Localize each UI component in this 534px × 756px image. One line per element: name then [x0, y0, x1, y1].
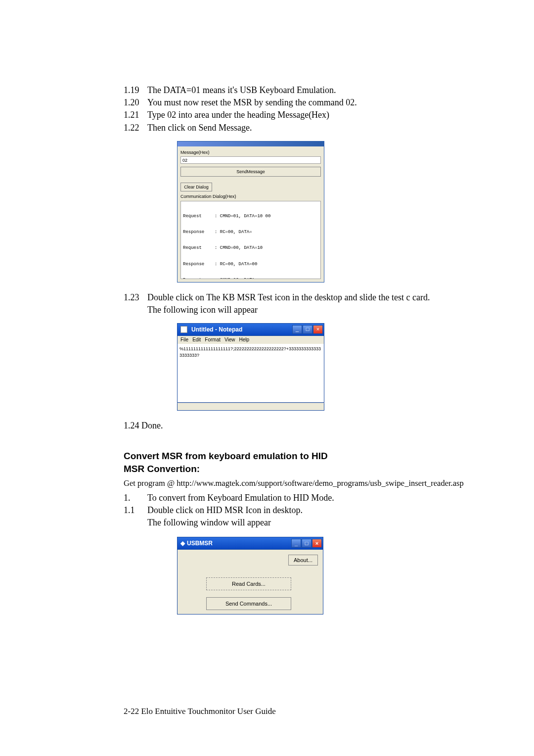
- window-title: USBMSR: [187, 539, 213, 548]
- notepad-icon: [180, 326, 187, 333]
- list-item: 1.22 Then click on Send Message.: [124, 122, 485, 134]
- item-number: 1.1: [124, 504, 147, 517]
- item-text: Then click on Send Message.: [147, 122, 485, 134]
- list-item: 1.19 The DATA=01 means it's USB Keyboard…: [124, 84, 485, 96]
- list-item: 1.21 Type 02 into area under the heading…: [124, 109, 485, 121]
- window-titlebar[interactable]: Untitled - Notepad _ □ ×: [177, 323, 324, 336]
- item-text: Double click on HID MSR Icon in desktop.: [147, 504, 485, 517]
- item-number: 1.: [124, 492, 147, 504]
- item-number: 1.22: [124, 122, 147, 134]
- item-text: The DATA=01 means it's USB Keyboard Emul…: [147, 84, 485, 96]
- item-number: 1.20: [124, 96, 147, 109]
- menu-edit[interactable]: Edit: [192, 336, 201, 343]
- minimize-icon[interactable]: _: [291, 539, 301, 548]
- list-item: 1.23 Double click on The KB MSR Test ico…: [124, 291, 485, 304]
- menu-format[interactable]: Format: [205, 336, 221, 343]
- read-cards-button[interactable]: Read Cards...: [206, 577, 291, 590]
- item-continuation: The following window will appear: [147, 517, 485, 529]
- window-title: Untitled - Notepad: [191, 326, 242, 334]
- list-item: 1.1 Double click on HID MSR Icon in desk…: [124, 504, 485, 517]
- menu-bar[interactable]: File Edit Format View Help: [177, 336, 324, 344]
- list-item: 1.24 Done.: [124, 420, 485, 432]
- section-heading: Convert MSR from keyboard emulation to H…: [124, 450, 485, 475]
- communication-dialog-textarea[interactable]: Request: CMND=01, DATA=10 00 Response: R…: [180, 201, 321, 279]
- notepad-text-area[interactable]: %1111111111111111111?;222222222222222222…: [177, 344, 324, 403]
- numbered-list: 1.19 The DATA=01 means it's USB Keyboard…: [124, 84, 485, 134]
- window-titlebar[interactable]: ◆ USBMSR _ □ ×: [177, 537, 323, 550]
- send-commands-button[interactable]: Send Commands...: [206, 597, 291, 610]
- item-text: You must now reset the MSR by sending th…: [147, 96, 485, 109]
- page-footer: 2-22 Elo Entuitive Touchmonitor User Gui…: [124, 706, 276, 717]
- list-item: 1.20 You must now reset the MSR by sendi…: [124, 96, 485, 109]
- message-hex-label: Message(Hex): [180, 149, 321, 156]
- item-number: 1.19: [124, 84, 147, 96]
- message-hex-value: 02: [182, 157, 187, 164]
- status-bar: [177, 403, 324, 411]
- item-text: Double click on The KB MSR Test icon in …: [147, 291, 485, 304]
- item-number: 1.21: [124, 109, 147, 121]
- about-button[interactable]: About...: [288, 555, 318, 566]
- menu-file[interactable]: File: [180, 336, 188, 343]
- item-text: Type 02 into area under the heading Mess…: [147, 109, 485, 121]
- figure-notepad-window: Untitled - Notepad _ □ × File Edit Forma…: [177, 323, 324, 411]
- maximize-icon[interactable]: □: [303, 325, 312, 334]
- item-text: To convert from Keyboard Emulation to HI…: [147, 492, 485, 504]
- minimize-icon[interactable]: _: [292, 325, 302, 334]
- window-titlebar: [178, 142, 324, 146]
- clear-dialog-button[interactable]: Clear Dialog: [180, 183, 212, 191]
- program-url-text: Get program @ http://www.magtek.com/supp…: [124, 477, 485, 489]
- close-icon[interactable]: ×: [313, 325, 323, 334]
- maximize-icon[interactable]: □: [302, 539, 312, 548]
- list-item: 1. To convert from Keyboard Emulation to…: [124, 492, 485, 504]
- item-continuation: The following icon will appear: [147, 304, 485, 316]
- notepad-content: %1111111111111111111?;222222222222222222…: [179, 346, 321, 358]
- menu-view[interactable]: View: [224, 336, 235, 343]
- menu-help[interactable]: Help: [239, 336, 250, 343]
- figure-usbmsr-window: ◆ USBMSR _ □ × About... Read Cards... Se…: [177, 537, 323, 614]
- figure-message-dialog: Message(Hex) 02 SendMessage Clear Dialog…: [177, 141, 324, 283]
- message-hex-input[interactable]: 02: [180, 156, 321, 164]
- communication-dialog-label: Communication Dialog(Hex): [180, 193, 321, 200]
- send-message-button[interactable]: SendMessage: [180, 167, 321, 177]
- item-number: 1.23: [124, 291, 147, 304]
- close-icon[interactable]: ×: [312, 539, 322, 548]
